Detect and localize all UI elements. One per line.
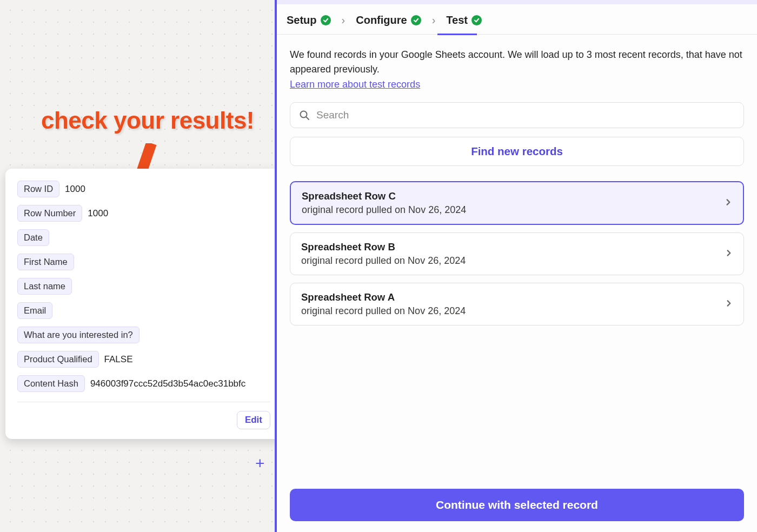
field-row: First Name	[17, 254, 270, 270]
check-icon	[411, 15, 421, 25]
active-tab-underline	[437, 34, 477, 35]
field-label: Email	[17, 302, 52, 319]
record-title: Spreadsheet Row C	[302, 190, 466, 202]
chevron-right-icon: ›	[342, 14, 346, 26]
field-label: Product Qualified	[17, 351, 99, 368]
record-item[interactable]: Spreadsheet Row Boriginal record pulled …	[290, 232, 744, 275]
record-list: Spreadsheet Row Coriginal record pulled …	[290, 181, 744, 325]
field-label: First Name	[17, 254, 74, 270]
continue-button[interactable]: Continue with selected record	[290, 489, 744, 521]
field-value: 1000	[88, 208, 108, 219]
record-item[interactable]: Spreadsheet Row Aoriginal record pulled …	[290, 283, 744, 325]
field-label: Date	[17, 229, 49, 246]
chevron-right-icon	[725, 300, 733, 309]
svg-line-1	[307, 117, 309, 120]
record-item[interactable]: Spreadsheet Row Coriginal record pulled …	[290, 181, 744, 225]
field-row: Product QualifiedFALSE	[17, 351, 270, 368]
search-box[interactable]	[290, 102, 744, 128]
instruction-text: We found records in your Google Sheets a…	[290, 48, 744, 77]
breadcrumb-test[interactable]: Test	[446, 14, 482, 26]
record-subtitle: original record pulled on Nov 26, 2024	[301, 305, 466, 317]
edit-button[interactable]: Edit	[237, 411, 270, 429]
field-label: Last name	[17, 278, 72, 295]
field-row: Last name	[17, 278, 270, 295]
check-icon	[321, 15, 331, 25]
field-row: Date	[17, 229, 270, 246]
record-subtitle: original record pulled on Nov 26, 2024	[302, 204, 466, 216]
top-strip	[277, 0, 757, 4]
field-value: 1000	[65, 184, 85, 195]
chevron-right-icon: ›	[432, 14, 436, 26]
field-value: FALSE	[104, 354, 133, 365]
breadcrumb-configure-label: Configure	[356, 14, 407, 26]
results-card: Row ID1000Row Number1000DateFirst NameLa…	[5, 169, 282, 439]
field-row: Row ID1000	[17, 181, 270, 197]
field-row: Row Number1000	[17, 205, 270, 222]
field-label: Row ID	[17, 181, 59, 197]
breadcrumb-configure[interactable]: Configure	[356, 14, 421, 26]
breadcrumb-setup-label: Setup	[287, 14, 317, 26]
search-input[interactable]	[316, 109, 735, 121]
chevron-right-icon	[725, 198, 732, 208]
breadcrumb: Setup › Configure › Test	[277, 4, 757, 35]
field-row: Email	[17, 302, 270, 319]
field-value: 946003f97ccc52d5d3b54ac0ec31bbfc	[90, 378, 245, 389]
find-new-records-button[interactable]: Find new records	[290, 137, 744, 166]
callout-text: check your results!	[41, 107, 254, 134]
add-step-icon[interactable]: +	[255, 454, 265, 473]
breadcrumb-test-label: Test	[446, 14, 468, 26]
field-row: What are you interested in?	[17, 327, 270, 343]
svg-point-0	[301, 111, 307, 118]
field-row: Content Hash946003f97ccc52d5d3b54ac0ec31…	[17, 375, 270, 392]
field-label: Content Hash	[17, 375, 85, 392]
chevron-right-icon	[725, 249, 733, 259]
record-title: Spreadsheet Row A	[301, 291, 466, 303]
learn-more-link[interactable]: Learn more about test records	[290, 79, 420, 90]
breadcrumb-setup[interactable]: Setup	[287, 14, 331, 26]
record-subtitle: original record pulled on Nov 26, 2024	[301, 255, 466, 267]
check-icon	[472, 15, 482, 25]
field-label: What are you interested in?	[17, 327, 140, 343]
record-title: Spreadsheet Row B	[301, 241, 466, 253]
field-label: Row Number	[17, 205, 82, 222]
search-icon	[299, 110, 310, 121]
